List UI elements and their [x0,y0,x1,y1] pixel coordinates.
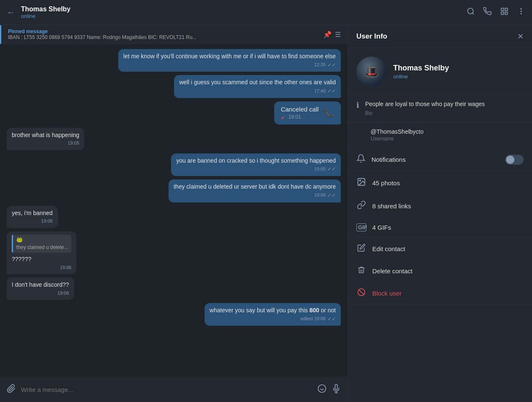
message-input-bar [0,377,348,402]
message-bubble: they claimed u deleted ur server but idk… [169,179,341,202]
username-text: @ThomasShelbycto [371,128,524,135]
avatar-image: 🎩 [356,57,387,87]
photos-item[interactable]: 45 photos [348,171,532,195]
chat-area: Pinned message IBAN : LT55 3250 0869 579… [0,25,348,402]
message-time: 19:06 [12,265,71,271]
svg-point-15 [359,180,361,181]
message-time: 17:40 ✓✓ [179,88,336,95]
header-title-area: Thomas Shelby online [21,5,467,19]
message-time: 19:06 ✓✓ [174,192,336,199]
message-bubble: whatever you say but will you pay this 8… [205,303,341,326]
call-info: Canceled call ↙ 19:01 [281,106,319,120]
trash-icon [356,266,366,276]
gif-icon: GIF [356,223,366,231]
back-button[interactable]: ← [7,8,15,17]
pin-icon: 📌 [323,31,332,39]
pinned-menu-icon[interactable]: ☰ [335,31,341,39]
pinned-message-bar[interactable]: Pinned message IBAN : LT55 3250 0869 579… [0,25,348,44]
username-label: Username [371,136,524,142]
message-row: I don't have discord?? 19:06 [7,278,341,300]
message-text: brother what is happening [12,132,79,138]
photos-label: 45 photos [372,179,400,187]
profile-name: Thomas Shelby [393,64,449,73]
emoji-icon[interactable] [317,384,327,395]
read-receipt-icon: ✓✓ [327,316,336,323]
message-row: you are banned on cracked so i thought s… [7,153,341,176]
delete-contact-item[interactable]: Delete contact [348,260,532,282]
message-bubble: I don't have discord?? 19:06 [7,278,74,300]
toggle-knob [506,156,514,164]
profile-status: online [393,73,449,80]
call-arrow-icon: ↙ [281,114,286,120]
message-text: I don't have discord?? [12,281,69,288]
close-panel-button[interactable]: ✕ [517,32,524,41]
pinned-content: Pinned message IBAN : LT55 3250 0869 579… [8,29,197,40]
message-bubble: you are banned on cracked so i thought s… [171,153,341,176]
link-icon [356,200,366,212]
bell-icon [356,154,366,165]
edit-contact-label: Edit contact [372,245,405,252]
message-time: 12:35 ✓✓ [123,62,336,69]
profile-info: Thomas Shelby online [393,64,449,80]
user-info-panel: User Info ✕ 🎩 Thomas Shelby online ℹ Peo… [348,25,532,402]
shared-links-item[interactable]: 8 shared links [348,195,532,218]
layout-icon[interactable] [500,7,509,18]
bio-content: People are loyal to those who pay their … [365,100,485,116]
call-time-row: ↙ 19:01 [281,114,319,120]
svg-point-0 [468,8,473,14]
svg-point-6 [520,8,522,10]
chat-contact-status: online [21,13,467,19]
photos-icon [356,177,366,189]
messages-container: let me know if you'll continue working w… [0,44,348,377]
action-section: Edit contact Delete contact Block user [348,238,532,305]
pinned-icons: 📌 ☰ [323,31,341,39]
svg-point-7 [520,10,522,12]
message-text: well i guess you scammed out since the o… [179,79,336,86]
message-time: 19:06 [12,290,69,296]
message-row: brother what is happening 19:05 [7,128,341,150]
bio-label: Bio [365,110,485,116]
call-title: Canceled call [281,106,319,113]
bio-text: People are loyal to those who pay their … [365,100,485,109]
notifications-label: Notifications [371,156,499,163]
bio-section: ℹ People are loyal to those who pay thei… [348,94,532,122]
search-icon[interactable] [467,7,475,18]
info-icon: ℹ [356,101,359,110]
message-time: edited 19:06 ✓✓ [210,316,336,323]
user-info-title: User Info [356,32,387,41]
attachment-icon[interactable] [7,384,16,395]
message-text: ?????? [12,256,31,262]
phone-call-icon: 📞 [324,108,334,118]
svg-line-1 [472,13,474,15]
gifs-item[interactable]: GIF 4 GIFs [348,218,532,237]
block-user-item[interactable]: Block user [348,282,532,304]
header-icons [467,7,525,18]
message-time: 19:06 [12,218,53,224]
main-layout: Pinned message IBAN : LT55 3250 0869 579… [0,25,532,402]
read-receipt-icon: ✓✓ [327,62,336,69]
block-icon [356,288,366,298]
message-time: 19:05 ✓✓ [176,166,336,173]
edit-contact-item[interactable]: Edit contact [348,238,532,260]
message-input[interactable] [21,386,312,393]
notifications-toggle[interactable] [505,155,524,165]
call-time: 19:01 [288,114,301,120]
reply-author: 🐸 [16,236,68,244]
message-time: 19:05 [12,140,79,146]
message-bubble: yes, i'm banned 19:06 [7,206,58,228]
message-bubble: 🐸 they claimed u delete... ?????? 19:06 [7,231,76,275]
more-options-icon[interactable] [517,7,525,18]
phone-icon[interactable] [483,7,492,18]
message-bubble: brother what is happening 19:05 [7,128,84,150]
edit-icon [356,244,366,254]
svg-rect-2 [501,8,504,11]
reply-text: they claimed u delete... [16,244,68,251]
svg-point-9 [318,385,326,392]
username-section: @ThomasShelbycto Username [348,122,532,148]
message-text: let me know if you'll continue working w… [123,53,336,60]
read-receipt-icon: ✓✓ [327,192,336,199]
message-row: they claimed u deleted ur server but idk… [7,179,341,202]
microphone-icon[interactable] [332,384,341,395]
profile-section: 🎩 Thomas Shelby online [348,48,532,94]
message-row: well i guess you scammed out since the o… [7,75,341,98]
